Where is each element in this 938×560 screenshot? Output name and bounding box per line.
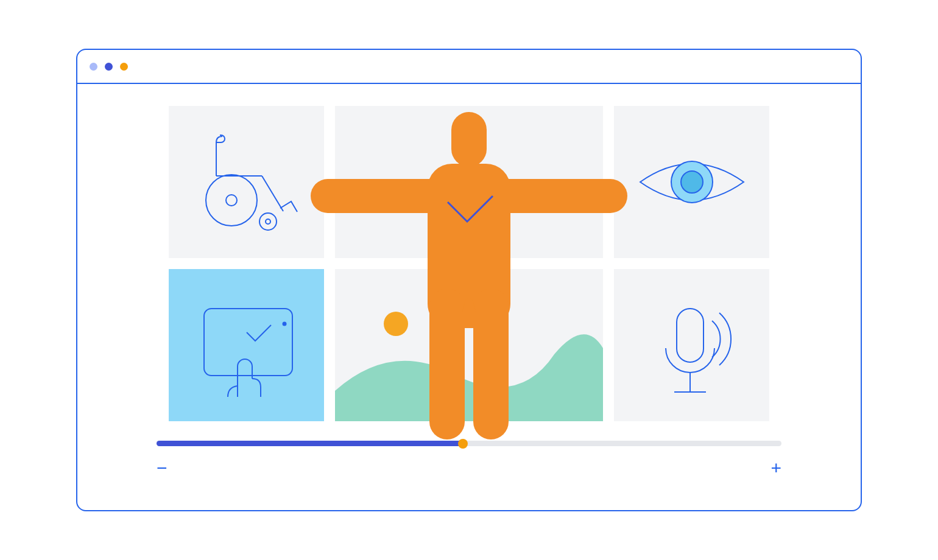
content-area: − + bbox=[77, 84, 861, 510]
svg-rect-6 bbox=[204, 309, 292, 376]
wheelchair-icon bbox=[189, 127, 305, 237]
tile-landscape[interactable] bbox=[335, 269, 603, 421]
traffic-light-zoom-icon[interactable] bbox=[120, 63, 128, 71]
landscape-icon bbox=[335, 269, 603, 421]
svg-point-7 bbox=[283, 323, 286, 326]
zoom-slider-knob[interactable] bbox=[458, 439, 468, 449]
window-titlebar bbox=[77, 50, 861, 84]
traffic-light-minimize-icon[interactable] bbox=[105, 63, 113, 71]
zoom-slider-fill bbox=[157, 441, 463, 446]
svg-point-1 bbox=[226, 195, 237, 206]
eye-icon bbox=[634, 145, 750, 219]
traffic-light-close-icon[interactable] bbox=[90, 63, 97, 71]
tile-touch[interactable] bbox=[169, 269, 324, 421]
browser-window: − + bbox=[76, 49, 862, 511]
svg-point-0 bbox=[206, 175, 257, 226]
tile-vision[interactable] bbox=[614, 106, 769, 258]
zoom-slider-row: − + bbox=[157, 441, 781, 489]
tile-wheelchair[interactable] bbox=[169, 106, 324, 258]
svg-rect-9 bbox=[677, 309, 704, 362]
zoom-out-button[interactable]: − bbox=[157, 459, 168, 477]
svg-point-2 bbox=[259, 213, 277, 230]
zoom-slider[interactable] bbox=[157, 441, 781, 446]
svg-point-3 bbox=[266, 219, 270, 224]
svg-point-8 bbox=[384, 312, 408, 336]
tile-microphone[interactable] bbox=[614, 269, 769, 421]
microphone-icon bbox=[640, 287, 744, 403]
accessibility-tile-grid bbox=[157, 106, 781, 421]
touch-check-icon bbox=[189, 287, 305, 403]
zoom-in-button[interactable]: + bbox=[770, 459, 781, 477]
tile-center-top[interactable] bbox=[335, 106, 603, 258]
svg-point-5 bbox=[681, 171, 703, 193]
